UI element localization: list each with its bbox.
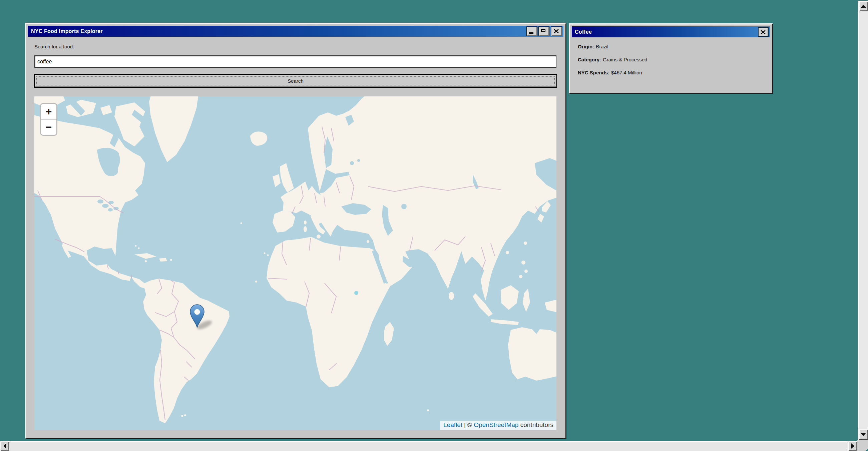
map-zoom-control: + − (40, 103, 57, 136)
popup-close-button[interactable] (758, 27, 769, 37)
scroll-up-icon (861, 5, 866, 8)
close-button[interactable] (551, 26, 562, 36)
popup-close-icon (761, 30, 766, 36)
main-window-titlebar[interactable]: NYC Food Imports Explorer (28, 26, 563, 37)
copyright-symbol: © (467, 421, 472, 428)
world-map-tiles (34, 96, 556, 430)
scroll-right-button[interactable] (848, 441, 857, 451)
search-label: Search for a food: (34, 44, 74, 49)
category-label: Category: (578, 57, 601, 62)
scroll-left-button[interactable] (0, 441, 9, 451)
map-attribution: Leaflet|© OpenStreetMap contributors (440, 421, 556, 430)
search-button-label: Search (287, 78, 304, 84)
main-window-title: NYC Food Imports Explorer (31, 28, 525, 34)
zoom-in-button[interactable]: + (41, 104, 56, 119)
openstreetmap-link[interactable]: OpenStreetMap (474, 421, 518, 428)
map-canvas[interactable]: + − Leaflet|© OpenStreetMap contributors (34, 96, 556, 430)
scroll-left-icon (3, 443, 6, 449)
vertical-scrollbar[interactable] (858, 1, 868, 440)
minimize-button[interactable] (526, 26, 537, 36)
main-window: NYC Food Imports Explorer Search for a f… (25, 23, 566, 439)
scroll-down-button[interactable] (859, 429, 868, 440)
category-row: Category:Grains & Processed (578, 57, 767, 62)
scrollbar-corner (857, 440, 868, 451)
attribution-suffix: contributors (520, 421, 553, 428)
search-input[interactable] (34, 55, 556, 68)
scroll-down-icon (861, 433, 866, 436)
maximize-icon (541, 29, 546, 32)
category-value: Grains & Processed (603, 57, 647, 62)
desktop: { "desktop": { "background_color": "#377… (0, 0, 868, 451)
nyc-spends-label: NYC Spends: (578, 70, 610, 76)
attribution-divider: | (464, 421, 466, 428)
scroll-up-button[interactable] (859, 1, 868, 11)
zoom-out-button[interactable]: − (41, 119, 56, 135)
popup-content: Origin:Brazil Category:Grains & Processe… (578, 44, 767, 83)
origin-value: Brazil (596, 44, 609, 49)
search-button[interactable]: Search (34, 74, 557, 88)
minimize-icon (529, 32, 533, 34)
popup-title: Coffee (575, 29, 757, 35)
popup-window: Coffee Origin:Brazil Category:Grains & P… (569, 23, 773, 94)
nyc-spends-row: NYC Spends:$467.4 Million (578, 70, 767, 76)
leaflet-link[interactable]: Leaflet (443, 421, 462, 428)
horizontal-scrollbar[interactable] (0, 441, 857, 451)
origin-label: Origin: (578, 44, 594, 49)
close-icon (554, 29, 559, 35)
map-marker[interactable] (184, 304, 215, 331)
scroll-right-icon (851, 443, 854, 449)
maximize-button[interactable] (538, 26, 550, 36)
origin-row: Origin:Brazil (578, 44, 767, 49)
marker-pin-hole (194, 309, 200, 314)
popup-titlebar[interactable]: Coffee (572, 26, 770, 37)
nyc-spends-value: $467.4 Million (611, 70, 642, 76)
